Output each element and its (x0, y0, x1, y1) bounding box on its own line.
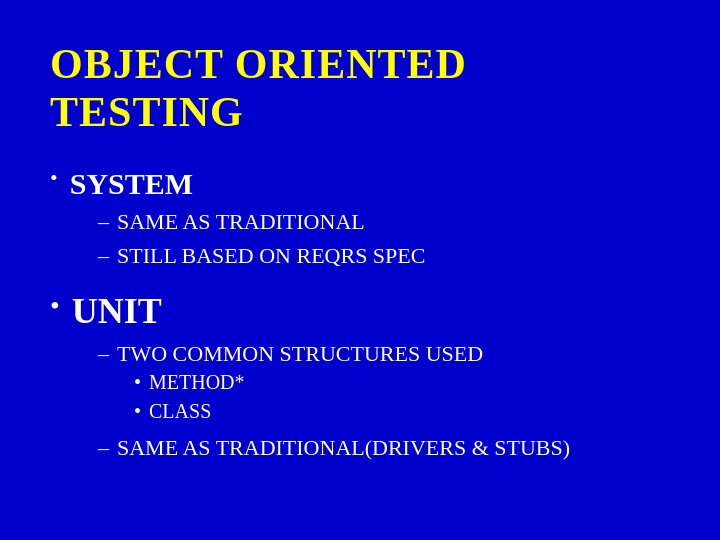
system-sub-item-2: – STILL BASED ON REQRS SPEC (98, 241, 670, 271)
bullet-symbol-system: • (50, 164, 58, 193)
system-sub-text-1: SAME AS TRADITIONAL (117, 207, 365, 237)
dash-2: – (98, 241, 109, 271)
unit-dash-1: – (98, 339, 109, 369)
unit-label: UNIT (72, 288, 162, 335)
section-unit: • UNIT – TWO COMMON STRUCTURES USED • ME… (50, 288, 670, 462)
sub-bullet-method: • (134, 369, 141, 396)
slide-title: OBJECT ORIENTED TESTING (50, 40, 670, 136)
system-sub-text-2: STILL BASED ON REQRS SPEC (117, 241, 425, 271)
unit-sub-text-2: SAME AS TRADITIONAL(DRIVERS & STUBS) (117, 433, 570, 463)
bullet-unit: • UNIT (50, 288, 670, 335)
system-label: SYSTEM (70, 164, 193, 203)
sub-sub-class: • CLASS (134, 398, 670, 425)
class-label: CLASS (149, 398, 211, 425)
slide: OBJECT ORIENTED TESTING • SYSTEM – SAME … (0, 0, 720, 540)
unit-sub-item-1: – TWO COMMON STRUCTURES USED • METHOD* •… (98, 339, 670, 425)
dash-1: – (98, 207, 109, 237)
unit-sub-item-2: – SAME AS TRADITIONAL(DRIVERS & STUBS) (98, 433, 670, 463)
system-sub-list: – SAME AS TRADITIONAL – STILL BASED ON R… (98, 207, 670, 270)
section-system: • SYSTEM – SAME AS TRADITIONAL – STILL B… (50, 164, 670, 270)
sub-sub-method: • METHOD* (134, 369, 670, 396)
unit-sub-list: – TWO COMMON STRUCTURES USED • METHOD* •… (98, 339, 670, 462)
unit-dash-2: – (98, 433, 109, 463)
system-sub-item-1: – SAME AS TRADITIONAL (98, 207, 670, 237)
unit-sub-text-1: TWO COMMON STRUCTURES USED (117, 339, 483, 369)
sub-bullet-class: • (134, 398, 141, 425)
bullet-symbol-unit: • (50, 288, 60, 324)
bullet-system: • SYSTEM (50, 164, 670, 203)
unit-sub-sub-list: • METHOD* • CLASS (134, 369, 670, 425)
slide-content: • SYSTEM – SAME AS TRADITIONAL – STILL B… (50, 164, 670, 471)
method-label: METHOD* (149, 369, 245, 396)
unit-sub-item-1-row: – TWO COMMON STRUCTURES USED (98, 339, 670, 369)
